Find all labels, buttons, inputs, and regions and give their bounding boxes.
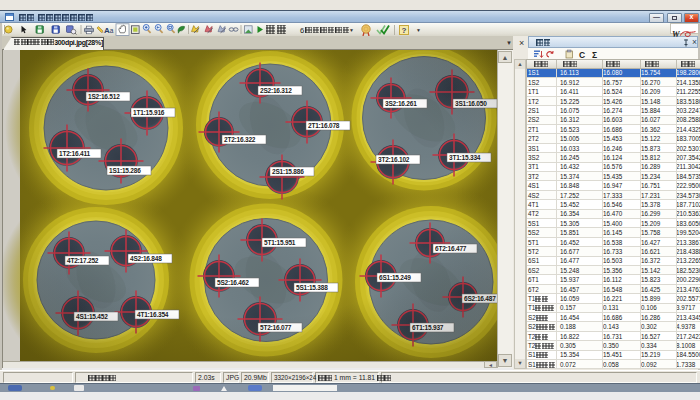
svg-text:C: C [579,49,585,59]
svg-text:Σ: Σ [592,49,597,59]
svg-text:W: W [672,29,681,38]
svg-text:a: a [110,27,114,34]
